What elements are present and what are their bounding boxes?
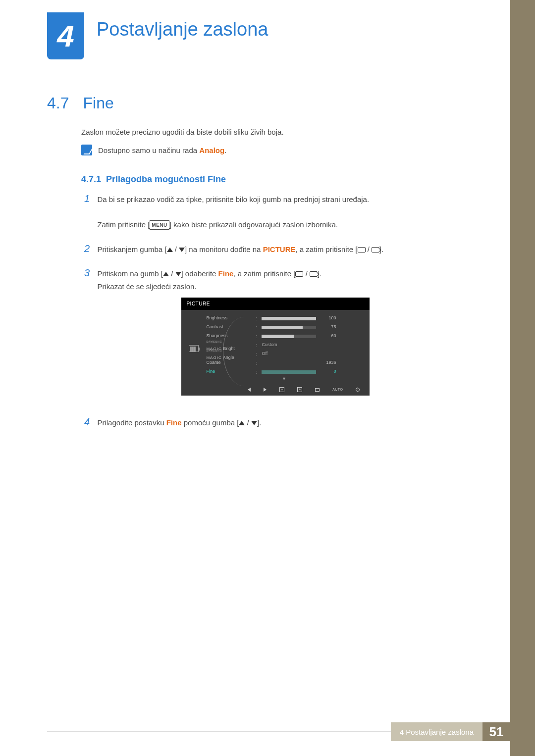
section-heading: 4.7 Fine bbox=[47, 94, 114, 112]
osd-screenshot: PICTURE Brightness: 100 Contrast: bbox=[181, 298, 370, 396]
step-2: 2 Pritiskanjem gumba [ / ] na monitoru d… bbox=[84, 243, 485, 256]
footer-rule bbox=[47, 731, 391, 741]
step3-followup: Prikazat će se sljedeći zaslon. bbox=[97, 282, 196, 291]
picture-highlight: PICTURE bbox=[263, 245, 296, 253]
step-body: Da bi se prikazao vodič za tipke, pritis… bbox=[97, 193, 474, 231]
t: Prilagodite postavku bbox=[97, 418, 166, 427]
step1-line1: Da bi se prikazao vodič za tipke, pritis… bbox=[97, 195, 369, 203]
note-text: Dostupno samo u načinu rada Analog. bbox=[98, 146, 226, 154]
step-3: 3 Pritiskom na gumb [ / ] odaberite Fine… bbox=[84, 267, 485, 404]
note-mode: Analog bbox=[199, 146, 224, 154]
bar-fill bbox=[262, 326, 303, 329]
footer-chapter-label: 4 Postavljanje zaslona bbox=[391, 722, 482, 741]
t: ] odaberite bbox=[181, 269, 218, 278]
chapter-title: Postavljanje zaslona bbox=[97, 19, 268, 40]
osd-footer: − + AUTO bbox=[181, 385, 370, 393]
t: Pritiskom na gumb [ bbox=[97, 269, 163, 278]
up-arrow-icon bbox=[163, 272, 169, 276]
step-4: 4 Prilagodite postavku Fine pomoću gumba… bbox=[84, 416, 485, 429]
down-arrow-icon bbox=[175, 272, 181, 276]
power-icon bbox=[356, 388, 360, 392]
menu-key-icon: MENU bbox=[150, 220, 169, 230]
source-icon bbox=[310, 271, 318, 277]
step-body: Pritiskom na gumb [ / ] odaberite Fine, … bbox=[97, 267, 474, 404]
v: 0 bbox=[316, 368, 336, 375]
t: Pritiskanjem gumba [ bbox=[97, 245, 166, 253]
v: Custom bbox=[262, 341, 277, 349]
down-arrow-icon bbox=[251, 421, 257, 425]
bar-fill bbox=[262, 370, 316, 374]
minus-icon: − bbox=[279, 387, 284, 392]
footer-page-number: 51 bbox=[482, 722, 510, 741]
chapter-badge: 4 bbox=[47, 12, 84, 59]
nav-left-icon bbox=[248, 388, 251, 392]
t: , a zatim pritisnite [ bbox=[295, 245, 357, 253]
subsection-number: 4.7.1 bbox=[81, 174, 101, 184]
steps-list: 1 Da bi se prikazao vodič za tipke, prit… bbox=[84, 193, 485, 441]
note-row: Dostupno samo u načinu rada Analog. bbox=[81, 145, 226, 155]
bar-fill bbox=[262, 335, 294, 338]
note-icon bbox=[81, 145, 92, 155]
enter-icon bbox=[358, 247, 366, 252]
enter-icon bbox=[315, 388, 320, 392]
t: ] na monitoru dođite na bbox=[185, 245, 263, 253]
up-arrow-icon bbox=[239, 421, 245, 425]
step-body: Prilagodite postavku Fine pomoću gumba [… bbox=[97, 416, 474, 429]
bar-fill bbox=[262, 317, 316, 320]
down-arrow-icon bbox=[179, 248, 185, 252]
step1-line2a: Zatim pritisnite [ bbox=[97, 220, 150, 229]
osd-title: PICTURE bbox=[181, 298, 370, 310]
t: ]. bbox=[257, 418, 261, 427]
subsection-title: Prilagodba mogućnosti Fine bbox=[106, 174, 226, 184]
fine-highlight: Fine bbox=[166, 418, 182, 427]
section-title: Fine bbox=[83, 94, 113, 112]
t: , a zatim pritisnite [ bbox=[233, 269, 295, 278]
v: 1936 bbox=[316, 359, 336, 366]
t: pomoću gumba [ bbox=[182, 418, 239, 427]
step-number: 4 bbox=[84, 416, 95, 428]
chapter-number: 4 bbox=[57, 18, 74, 53]
section-number: 4.7 bbox=[47, 94, 69, 112]
source-icon bbox=[372, 247, 379, 252]
v: 100 bbox=[316, 314, 336, 322]
enter-icon bbox=[295, 271, 303, 277]
note-suffix: . bbox=[224, 146, 226, 154]
l: Brightness bbox=[206, 314, 256, 322]
nav-right-icon bbox=[264, 388, 267, 392]
v: 75 bbox=[316, 323, 336, 331]
fine-highlight: Fine bbox=[218, 269, 234, 278]
intro-text: Zaslon možete precizno ugoditi da biste … bbox=[81, 128, 284, 136]
step-1: 1 Da bi se prikazao vodič za tipke, prit… bbox=[84, 193, 485, 231]
note-prefix: Dostupno samo u načinu rada bbox=[98, 146, 199, 154]
step-body: Pritiskanjem gumba [ / ] na monitoru dođ… bbox=[97, 243, 474, 256]
battery-icon bbox=[189, 345, 199, 352]
step-number: 2 bbox=[84, 243, 95, 254]
osd-left-icons bbox=[186, 314, 201, 383]
osd-row-brightness: Brightness: 100 bbox=[206, 314, 362, 323]
v: 60 bbox=[316, 332, 336, 340]
right-vertical-bar bbox=[510, 0, 535, 756]
plus-icon: + bbox=[297, 387, 302, 392]
step-number: 1 bbox=[84, 193, 95, 204]
up-arrow-icon bbox=[167, 248, 173, 252]
step1-line2b: ] kako biste prikazali odgovarajući zasl… bbox=[169, 220, 338, 229]
subsection-heading: 4.7.1 Prilagodba mogućnosti Fine bbox=[81, 174, 226, 185]
auto-label: AUTO bbox=[332, 387, 343, 393]
v: Off bbox=[262, 350, 268, 357]
step-number: 3 bbox=[84, 267, 95, 279]
page-footer: 4 Postavljanje zaslona 51 bbox=[47, 722, 510, 741]
